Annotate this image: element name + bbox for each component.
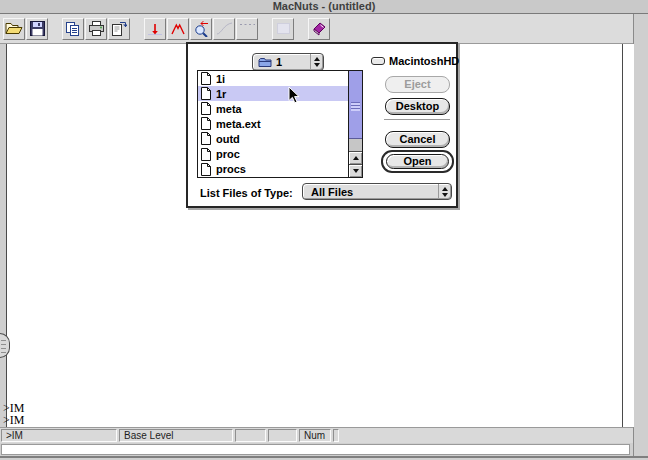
blank-tool-icon	[275, 21, 292, 36]
arrow-down-icon	[314, 63, 320, 67]
status-cell	[235, 429, 266, 442]
zoom-tool-button[interactable]	[190, 18, 212, 40]
window-title: MacNuts - (untitled)	[273, 0, 376, 12]
file-name: proc	[216, 148, 240, 160]
document-icon	[201, 148, 211, 161]
file-row[interactable]: meta	[198, 101, 348, 116]
default-button-ring: Open	[381, 150, 454, 173]
file-name: meta.ext	[216, 118, 261, 130]
file-type-label: List Files of Type:	[200, 187, 293, 199]
toolbar	[0, 14, 633, 44]
notebook-icon	[311, 21, 327, 36]
file-type-value: All Files	[311, 186, 438, 198]
file-row[interactable]: outd	[198, 131, 348, 146]
notebook-button[interactable]	[308, 18, 330, 40]
popup-stepper-icon	[310, 54, 323, 70]
file-row[interactable]: meta.ext	[198, 116, 348, 131]
save-icon	[30, 21, 45, 36]
status-cell	[268, 429, 297, 442]
arrow-down-icon	[442, 193, 448, 197]
file-name: meta	[216, 103, 242, 115]
eject-button: Eject	[385, 76, 450, 93]
button-divider	[384, 119, 450, 120]
properties-icon	[111, 21, 127, 37]
zoom-tool-icon	[193, 21, 210, 37]
macnuts-window: MacNuts - (untitled)	[0, 0, 648, 460]
curve-fit-icon	[216, 21, 233, 36]
document-icon	[201, 72, 211, 85]
arrow-up-icon	[314, 57, 320, 61]
directory-popup[interactable]: 1	[252, 53, 324, 71]
open-file-button[interactable]	[3, 18, 25, 40]
status-cell	[333, 429, 339, 442]
console-line: >IM	[3, 414, 24, 426]
volume-name: MacintoshHD	[389, 55, 459, 67]
document-icon	[201, 102, 211, 115]
arrow-up-icon	[442, 187, 448, 191]
baseline-points-button[interactable]	[236, 18, 258, 40]
volume-indicator: MacintoshHD	[371, 55, 459, 67]
arrow-up-icon	[353, 156, 359, 160]
copy-button[interactable]	[62, 18, 84, 40]
document-icon	[201, 117, 211, 130]
console-output: >IM>IM	[3, 402, 24, 426]
file-row[interactable]: 1i	[198, 71, 348, 86]
document-area-border	[622, 44, 623, 427]
popup-stepper-icon	[438, 184, 451, 199]
status-cell: Base Level	[119, 429, 233, 442]
file-name: 1i	[216, 73, 225, 85]
open-file-icon	[5, 21, 23, 36]
status-cell: Num	[299, 429, 331, 442]
file-name: 1r	[216, 88, 226, 100]
file-row[interactable]: procs	[198, 162, 348, 177]
folder-icon	[258, 57, 272, 68]
properties-button[interactable]	[108, 18, 130, 40]
scroll-down-button[interactable]	[349, 164, 362, 177]
baseline-points-icon	[239, 21, 256, 36]
cancel-button[interactable]: Cancel	[385, 131, 450, 148]
peak-marker-icon	[147, 22, 163, 36]
open-button[interactable]: Open	[386, 154, 449, 169]
file-name: procs	[216, 163, 246, 175]
desktop-button[interactable]: Desktop	[385, 98, 450, 115]
scroll-up-button[interactable]	[349, 151, 362, 164]
disk-icon	[371, 57, 385, 65]
file-list-scrollbar[interactable]	[348, 71, 362, 177]
file-row[interactable]: 1r	[198, 86, 348, 101]
copy-icon	[65, 21, 81, 37]
file-type-popup[interactable]: All Files	[302, 183, 452, 200]
save-button[interactable]	[26, 18, 48, 40]
document-icon	[201, 132, 211, 145]
file-list: 1i 1r	[197, 70, 363, 178]
arrow-down-icon	[353, 169, 359, 173]
status-cell: >IM	[1, 429, 117, 442]
peak-label-icon	[170, 22, 186, 36]
curve-fit-button[interactable]	[213, 18, 235, 40]
message-strip	[1, 444, 630, 455]
scrollbar-arrows	[349, 151, 362, 177]
print-button[interactable]	[85, 18, 107, 40]
title-bar[interactable]: MacNuts - (untitled)	[0, 0, 648, 14]
file-name: outd	[216, 133, 240, 145]
scrollbar-thumb[interactable]	[349, 71, 362, 139]
blank-tool-button[interactable]	[272, 18, 294, 40]
status-bar: >IMBase LevelNum	[0, 427, 633, 443]
document-icon	[201, 87, 211, 100]
directory-popup-value: 1	[276, 56, 310, 68]
file-row[interactable]: proc	[198, 146, 348, 161]
peak-label-button[interactable]	[167, 18, 189, 40]
peak-marker-button[interactable]	[144, 18, 166, 40]
print-icon	[88, 21, 105, 36]
window-bottom-edge	[0, 456, 648, 458]
document-icon	[201, 163, 211, 176]
open-file-dialog: 1 MacintoshHD 1i	[186, 42, 458, 208]
file-rows: 1i 1r	[198, 71, 348, 177]
